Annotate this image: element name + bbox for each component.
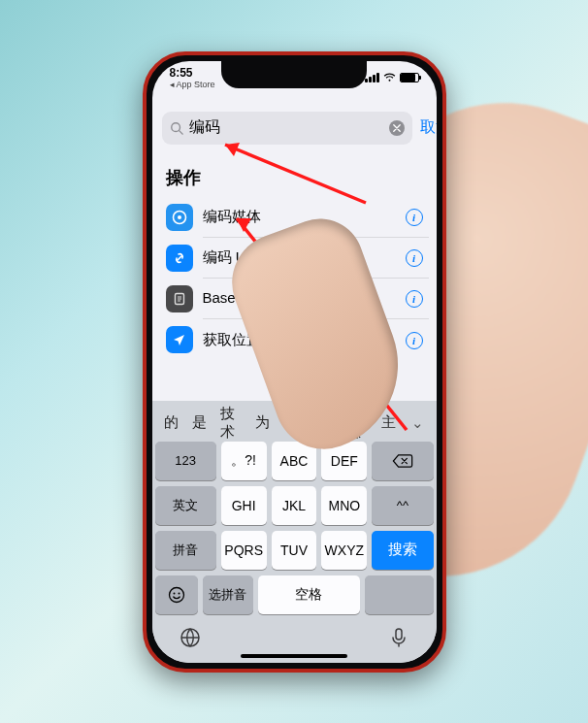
candidate-word[interactable]: 为	[248, 413, 277, 432]
home-indicator[interactable]	[241, 654, 347, 658]
info-icon: i	[406, 290, 423, 308]
emoji-icon	[168, 586, 185, 604]
search-row: 取消	[152, 112, 437, 152]
cancel-button[interactable]: 取消	[420, 117, 437, 138]
close-icon	[393, 124, 401, 132]
key-pick-pinyin[interactable]: 选拼音	[203, 575, 253, 614]
svg-point-6	[173, 592, 175, 594]
search-input[interactable]	[189, 119, 383, 137]
info-button[interactable]: i	[400, 196, 429, 238]
info-button[interactable]: i	[400, 319, 429, 360]
info-button[interactable]: i	[400, 278, 429, 319]
key-caret[interactable]: ^^	[372, 486, 433, 525]
key-blank[interactable]	[365, 575, 434, 614]
key-pinyin[interactable]: 拼音	[155, 531, 216, 570]
svg-rect-9	[396, 629, 402, 640]
expand-candidates-button[interactable]: ⌄	[404, 414, 432, 432]
key-ghi[interactable]: GHI	[221, 486, 267, 525]
key-123[interactable]: 123	[155, 442, 216, 480]
candidate-word[interactable]: 技术	[213, 405, 248, 442]
wifi-icon	[383, 73, 396, 82]
candidate-word[interactable]: 是	[185, 413, 213, 432]
svg-line-1	[179, 130, 182, 134]
status-time: 8:55	[170, 67, 215, 79]
mic-icon[interactable]	[387, 626, 410, 649]
candidate-word[interactable]: 的	[157, 413, 185, 432]
svg-point-5	[169, 587, 183, 602]
back-to-appstore[interactable]: ◂ App Store	[170, 81, 215, 89]
section-title: 操作	[152, 152, 437, 197]
key-pqrs[interactable]: PQRS	[221, 531, 267, 570]
key-tuv[interactable]: TUV	[272, 531, 317, 570]
key-space[interactable]: 空格	[258, 575, 360, 614]
search-box[interactable]	[162, 112, 412, 145]
search-icon	[170, 121, 183, 135]
key-mno[interactable]: MNO	[321, 486, 367, 525]
info-button[interactable]: i	[400, 237, 429, 279]
clear-search-button[interactable]	[389, 120, 405, 136]
keyboard-toolbar	[155, 620, 434, 659]
key-search[interactable]: 搜索	[372, 531, 433, 570]
key-jkl[interactable]: JKL	[272, 486, 317, 525]
key-backspace[interactable]	[372, 442, 433, 480]
location-icon	[166, 326, 193, 353]
doc-icon	[166, 285, 193, 312]
key-punct[interactable]: 。?!	[221, 442, 267, 480]
notch	[221, 61, 367, 88]
cellular-icon	[365, 73, 379, 82]
info-icon: i	[406, 332, 423, 349]
media-icon	[166, 204, 193, 231]
info-icon: i	[406, 249, 423, 267]
svg-point-7	[178, 592, 180, 594]
backspace-icon	[392, 454, 413, 468]
key-emoji[interactable]	[155, 575, 198, 614]
globe-icon[interactable]	[179, 626, 202, 649]
key-wxyz[interactable]: WXYZ	[321, 531, 367, 570]
info-icon: i	[406, 209, 423, 226]
key-english[interactable]: 英文	[155, 486, 216, 525]
battery-icon	[400, 73, 419, 82]
svg-point-3	[178, 215, 181, 219]
link-icon	[166, 245, 193, 272]
